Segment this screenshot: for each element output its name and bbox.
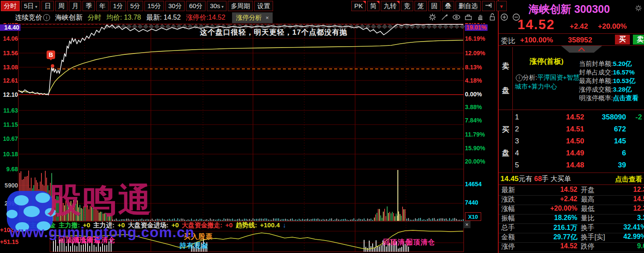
zoom-out-icon[interactable]	[512, 13, 520, 21]
order-book-row-4[interactable]: 414.496	[499, 149, 644, 161]
tool-button-九转[interactable]: 九转	[381, 1, 400, 11]
dropdown-caret-icon: ▾	[35, 4, 37, 9]
axis-tick-13.08: 13.08	[0, 64, 18, 71]
panel-last-price: 14.52	[518, 17, 555, 33]
hand-icon[interactable]	[476, 13, 485, 21]
big-order-link[interactable]: 点击查看	[615, 175, 642, 184]
stock-info-panel: 海峡创新 300300 14.52 +2.42 +20.00% 委比 +100.…	[498, 0, 644, 253]
period-button-30分[interactable]: 30分	[165, 1, 185, 11]
period-button-5分[interactable]: 5分	[127, 1, 143, 11]
watermark-url: www.gumingtong.com.cn	[9, 224, 194, 241]
unlock-icon[interactable]	[488, 13, 497, 21]
axis-tick-9.68: 9.68	[0, 166, 18, 173]
tool-button-固[interactable]: 固	[428, 1, 441, 11]
axis-tick-12.09%: 12.09%	[465, 50, 485, 57]
period-buttons: 分时5日▾日周月季年1分5分15分30分60分30s▾多周期设置	[1, 1, 273, 11]
tab-limit-analysis[interactable]: 涨停分析×	[232, 12, 273, 23]
stat-row: 总手216.1万换手32.41%	[499, 223, 644, 233]
buy-button[interactable]: 买	[615, 35, 630, 45]
metric-row: 当前封单额:5.20亿	[579, 60, 632, 68]
buy-signal-dot	[51, 64, 54, 68]
period-button-周[interactable]: 周	[55, 1, 68, 11]
period-button-60分[interactable]: 60分	[186, 1, 206, 11]
period-button-15分[interactable]: 15分	[144, 1, 164, 11]
panel-change: +2.42	[570, 22, 588, 31]
period-button-多周期[interactable]: 多周期	[228, 1, 253, 11]
metric-row: 封单占成交:16.57%	[579, 68, 635, 77]
zoom-in-icon[interactable]	[500, 13, 509, 21]
axis-tick-14.40: 14.40	[0, 24, 21, 31]
metric-row[interactable]: 明涨停概率:点击查看	[579, 94, 638, 103]
info-icon[interactable]: i	[43, 14, 50, 21]
limit-status: 涨停(首板)	[514, 57, 579, 66]
axis-tick-14654: 14654	[465, 181, 482, 188]
mode-label: 分时	[88, 13, 101, 22]
limit-analysis-text[interactable]: i分析:平潭国资+智慧城市+算力中心	[515, 73, 582, 91]
gear-icon[interactable]	[428, 13, 437, 21]
period-button-月[interactable]: 月	[69, 1, 81, 11]
order-book-row-5[interactable]: 514.4839	[499, 161, 644, 173]
axis-tick-10.67: 10.67	[0, 136, 18, 142]
stock-trading-terminal: 分时5日▾日周月季年1分5分15分30分60分30s▾多周期设置 PK简九转竞笼…	[0, 0, 644, 253]
tab-close-icon[interactable]: ×	[265, 15, 269, 21]
period-button-分时[interactable]: 分时	[1, 1, 20, 11]
auction-status: 连续竞价i	[15, 13, 50, 22]
axis-tick-4.18%: 4.18%	[465, 77, 482, 84]
flow-legend-item: +100.4	[260, 221, 279, 229]
weibi-value: +100.00%	[520, 36, 553, 45]
period-button-年[interactable]: 年	[96, 1, 109, 11]
sell-side-label: 卖盘	[499, 47, 513, 110]
axis-tick-8.13%: 8.13%	[465, 64, 482, 71]
avg-price: 均价: 13.78	[106, 13, 141, 22]
axis-tick-11.79%: 11.79%	[465, 131, 485, 138]
toolbox-icon[interactable]	[464, 13, 473, 21]
dropdown-caret-icon: ▾	[221, 4, 223, 9]
sell-button[interactable]: 卖	[633, 35, 644, 45]
axis-tick-7.84%: 7.84%	[465, 117, 482, 124]
eye-icon[interactable]	[452, 13, 461, 21]
axis-tick-14.06: 14.06	[0, 36, 18, 42]
notify-corner	[397, 1, 400, 4]
pin-to-right-icon[interactable]	[482, 1, 495, 11]
weibi-volume: 358952	[568, 36, 592, 45]
order-book-row-2[interactable]: 214.51672	[499, 125, 644, 137]
tool-button-PK[interactable]: PK	[351, 1, 366, 11]
notify-corner	[363, 1, 366, 4]
period-button-1分[interactable]: 1分	[110, 1, 126, 11]
axis-tick-3.88%: 3.88%	[465, 104, 482, 110]
tool-button-删自选[interactable]: 删自选	[456, 1, 481, 11]
period-button-季[interactable]: 季	[82, 1, 95, 11]
order-book-row-1[interactable]: 114.52358090-2	[499, 113, 644, 125]
indicator-close-icon[interactable]: ×	[463, 221, 471, 228]
pen-icon[interactable]	[440, 13, 449, 21]
axis-tick-10.18: 10.18	[0, 151, 18, 158]
stat-row: 涨跌+2.42最高14.5	[499, 195, 644, 205]
strategy-label: 回顶清仓	[406, 238, 435, 247]
collapse-arrow[interactable]	[561, 46, 602, 53]
axis-tick-19.01%: 19.01%	[465, 24, 488, 31]
panel-gear-icon[interactable]	[635, 4, 642, 14]
dropdown-caret-button[interactable]: ▼	[496, 1, 507, 11]
stat-row: 最新14.52开盘12.3	[499, 186, 644, 196]
flow-legend-item: +0	[225, 221, 232, 229]
order-book-row-3[interactable]: 314.50145	[499, 137, 644, 149]
flow-legend-item: 趋势线:	[235, 221, 257, 229]
volume-multiplier-badge: X10	[465, 212, 481, 221]
panel-change-pct: +20.00%	[598, 22, 627, 31]
tool-button-笼[interactable]: 笼	[415, 1, 427, 11]
period-button-日[interactable]: 日	[41, 1, 54, 11]
tool-button-简[interactable]: 简	[367, 1, 379, 11]
strategy-label: 持有现金	[179, 241, 209, 250]
period-button-5日[interactable]: 5日▾	[21, 1, 40, 11]
axis-tick-16.19%: 16.19%	[465, 36, 485, 42]
period-button-30s[interactable]: 30s▾	[207, 1, 226, 11]
tool-button-竞[interactable]: 竞	[401, 1, 413, 11]
axis-tick-15.90%: 15.90%	[465, 145, 485, 152]
axis-tick-11.15: 11.15	[0, 122, 18, 128]
tool-button-叠[interactable]: 叠	[442, 1, 454, 11]
flow-legend-item: ↓	[283, 221, 286, 229]
axis-tick-7440: 7440	[465, 199, 478, 206]
weibi-label: 委比	[501, 36, 515, 46]
period-button-设置[interactable]: 设置	[254, 1, 273, 11]
period-toolbar: 分时5日▾日周月季年1分5分15分30分60分30s▾多周期设置 PK简九转竞笼…	[0, 0, 498, 12]
